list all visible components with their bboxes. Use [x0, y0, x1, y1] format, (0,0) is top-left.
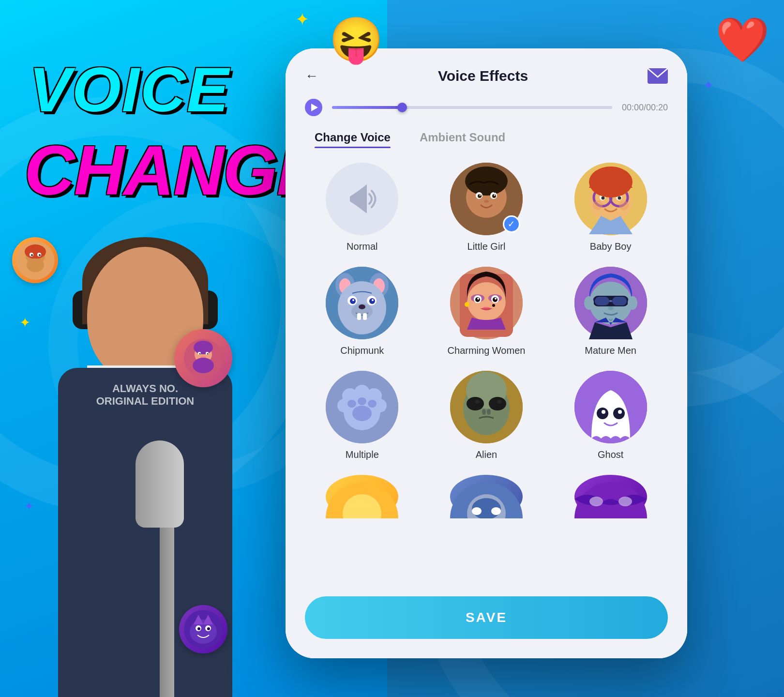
svg-point-6 — [39, 254, 41, 256]
svg-rect-64 — [363, 313, 367, 320]
effects-row-4-partial — [300, 475, 673, 518]
star-left-icon: ✦ — [19, 315, 30, 331]
progress-fill — [332, 106, 402, 109]
effects-row-2: Chipmunk — [300, 267, 673, 356]
unknown3-circle — [574, 475, 647, 518]
charming-women-circle — [450, 267, 523, 339]
effect-alien[interactable]: Alien — [438, 371, 535, 460]
play-button[interactable] — [305, 99, 322, 116]
phone-frame: ← Voice Effects 00:00/00:20 Change Voice — [286, 48, 687, 658]
svg-point-36 — [484, 200, 489, 203]
unknown3-avatar — [574, 475, 647, 518]
effect-mature-men[interactable]: Mature Men — [562, 267, 659, 356]
svg-point-95 — [347, 400, 356, 408]
effect-unknown3[interactable] — [562, 475, 659, 518]
progress-track[interactable] — [332, 106, 612, 109]
svg-point-120 — [491, 507, 501, 515]
chipmunk-circle — [326, 267, 398, 339]
progress-area: 00:00/00:20 — [286, 94, 687, 126]
baby-boy-circle — [574, 163, 647, 235]
time-display: 00:00/00:20 — [622, 103, 668, 113]
effect-unknown1[interactable] — [314, 475, 410, 518]
charming-women-avatar — [450, 267, 523, 339]
svg-point-34 — [479, 195, 481, 196]
ghost-avatar — [574, 371, 647, 443]
effect-chipmunk[interactable]: Chipmunk — [314, 267, 410, 356]
normal-circle — [326, 163, 398, 235]
unknown2-circle — [450, 475, 523, 518]
effect-charming-women[interactable]: Charming Women — [438, 267, 535, 356]
effects-grid: Normal — [286, 153, 687, 587]
effect-multiple[interactable]: Multiple — [314, 371, 410, 460]
effect-little-girl[interactable]: ✓ Little Girl — [438, 163, 535, 252]
svg-point-84 — [608, 306, 614, 310]
effects-row-3: Multiple — [300, 371, 673, 460]
svg-rect-82 — [612, 297, 627, 305]
effect-unknown2[interactable] — [438, 475, 535, 518]
selected-check: ✓ — [503, 215, 520, 233]
phone-inner: ← Voice Effects 00:00/00:20 Change Voice — [286, 48, 687, 658]
svg-point-17 — [193, 358, 214, 373]
heart-emoji: ❤️ — [715, 15, 769, 65]
effect-normal[interactable]: Normal — [314, 163, 410, 252]
svg-point-11 — [194, 341, 213, 354]
svg-point-103 — [475, 400, 480, 404]
save-button-wrap: SAVE — [286, 587, 687, 658]
mic-body — [136, 440, 184, 528]
svg-point-59 — [352, 299, 354, 301]
save-button[interactable]: SAVE — [305, 596, 668, 639]
play-icon — [311, 104, 318, 111]
svg-point-106 — [487, 409, 491, 415]
star-right-icon: ✦ — [703, 77, 714, 93]
star-top-icon: ✦ — [295, 10, 309, 29]
unknown1-avatar — [326, 475, 398, 518]
effect-ghost[interactable]: Ghost — [562, 371, 659, 460]
svg-point-67 — [467, 282, 506, 321]
little-girl-circle: ✓ — [450, 163, 523, 235]
svg-point-101 — [467, 397, 484, 410]
unknown1-circle — [326, 475, 398, 518]
svg-point-119 — [472, 507, 482, 515]
effect-baby-boy[interactable]: Baby Boy — [562, 163, 659, 252]
svg-point-29 — [465, 167, 508, 196]
svg-point-96 — [358, 397, 366, 405]
woman-avatar-svg — [184, 339, 223, 378]
svg-point-19 — [190, 620, 217, 644]
svg-point-44 — [601, 197, 604, 200]
svg-point-60 — [372, 299, 374, 301]
svg-point-113 — [618, 410, 622, 414]
baby-boy-avatar — [574, 163, 647, 235]
svg-rect-81 — [595, 297, 609, 305]
alien-avatar — [450, 371, 523, 443]
mature-men-avatar — [574, 267, 647, 339]
svg-point-58 — [369, 298, 375, 304]
svg-point-86 — [628, 296, 637, 310]
svg-point-102 — [489, 397, 506, 410]
speaker-icon — [343, 182, 381, 216]
back-button[interactable]: ← — [305, 68, 318, 84]
progress-thumb[interactable] — [397, 103, 407, 112]
ghost-circle — [574, 371, 647, 443]
kid-avatar-svg — [16, 241, 55, 280]
baby-boy-label: Baby Boy — [590, 241, 632, 252]
tab-ambient-sound[interactable]: Ambient Sound — [420, 131, 505, 148]
little-girl-label: Little Girl — [467, 241, 506, 252]
svg-point-97 — [368, 400, 377, 408]
float-char-1 — [12, 237, 58, 283]
svg-point-76 — [492, 304, 495, 307]
svg-point-8 — [27, 258, 44, 272]
svg-point-112 — [602, 410, 605, 414]
tab-change-voice[interactable]: Change Voice — [315, 131, 391, 148]
chipmunk-label: Chipmunk — [340, 345, 384, 356]
mature-men-label: Mature Men — [585, 345, 636, 356]
svg-point-14 — [199, 353, 201, 355]
float-char-3 — [179, 605, 227, 653]
mail-button[interactable] — [648, 68, 668, 84]
svg-point-5 — [31, 254, 33, 256]
svg-point-2 — [25, 244, 46, 259]
svg-point-105 — [482, 409, 486, 415]
svg-point-25 — [207, 627, 210, 630]
normal-label: Normal — [347, 241, 377, 252]
svg-point-104 — [497, 400, 502, 404]
svg-rect-63 — [357, 313, 361, 320]
